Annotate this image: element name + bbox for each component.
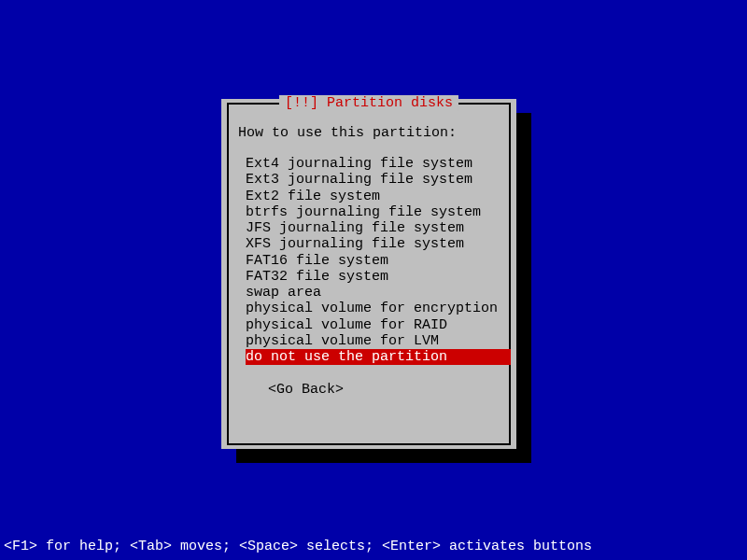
option-item[interactable]: btrfs journaling file system — [246, 204, 500, 220]
option-list: Ext4 journaling file systemExt3 journali… — [246, 156, 500, 365]
option-item[interactable]: physical volume for RAID — [246, 317, 500, 333]
option-item[interactable]: JFS journaling file system — [246, 220, 500, 236]
option-item[interactable]: FAT32 file system — [246, 269, 500, 285]
option-item[interactable]: XFS journaling file system — [246, 236, 500, 252]
option-item[interactable]: swap area — [246, 285, 500, 301]
option-item[interactable]: Ext2 file system — [246, 189, 500, 204]
dialog-inner: [!!] Partition disks How to use this par… — [227, 103, 511, 445]
dialog-title: [!!] Partition disks — [279, 95, 458, 111]
help-bar: <F1> for help; <Tab> moves; <Space> sele… — [4, 539, 592, 554]
partition-dialog: [!!] Partition disks How to use this par… — [221, 99, 516, 449]
option-item[interactable]: Ext3 journaling file system — [246, 172, 500, 188]
go-back-button[interactable]: <Go Back> — [268, 382, 344, 398]
option-item[interactable]: do not use the partition — [246, 349, 511, 365]
option-item[interactable]: physical volume for LVM — [246, 333, 500, 349]
option-item[interactable]: FAT16 file system — [246, 253, 500, 269]
dialog-prompt: How to use this partition: — [238, 125, 500, 141]
option-item[interactable]: Ext4 journaling file system — [246, 156, 500, 172]
option-item[interactable]: physical volume for encryption — [246, 301, 500, 316]
